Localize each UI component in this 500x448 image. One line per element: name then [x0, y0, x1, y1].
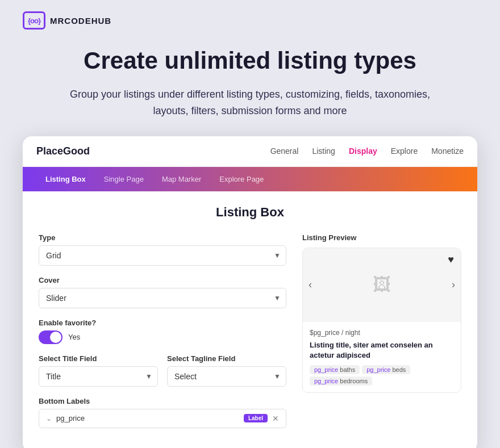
- title-tagline-row: Select Title Field Title Name Heading ▼ …: [39, 354, 286, 387]
- content-area: Listing Box Type Grid List Masonry ▼: [23, 191, 477, 448]
- tagline-field-select[interactable]: Select Tagline Subtitle: [167, 366, 286, 387]
- hero-title: Create unlimited listing types: [34, 47, 466, 75]
- subnav-single-page[interactable]: Single Page: [95, 173, 153, 186]
- preview-content: $pg_price / night Listing title, siter a…: [303, 322, 461, 392]
- image-placeholder-icon: 🖼: [373, 274, 391, 295]
- tag-baths: pg_price baths: [310, 365, 360, 374]
- subnav-explore-page[interactable]: Explore Page: [210, 173, 273, 186]
- right-col: Listing Preview ♥ ‹ 🖼 › $pg_price / nigh…: [302, 233, 461, 438]
- nav-explore[interactable]: Explore: [391, 146, 418, 156]
- hero-section: Create unlimited listing types Group you…: [0, 35, 500, 136]
- toggle-thumb: [50, 332, 61, 343]
- logo-text: MRCODEHUB: [50, 16, 111, 26]
- preview-title: Listing title, siter amet conselen an ac…: [310, 340, 454, 361]
- preview-image-area: ♥ ‹ 🖼 ›: [303, 248, 461, 322]
- bottom-labels-label: Bottom Labels: [39, 397, 286, 405]
- nav-listing[interactable]: Listing: [312, 146, 335, 156]
- cover-field-group: Cover Slider Single Gallery ▼: [39, 276, 286, 308]
- left-col: Type Grid List Masonry ▼ Cover: [39, 233, 286, 438]
- drag-icon: ⌄: [46, 414, 52, 422]
- hero-subtitle: Group your listings under different list…: [57, 86, 443, 119]
- title-select-wrapper: Title Name Heading ▼: [39, 366, 158, 387]
- cover-select-wrapper: Slider Single Gallery ▼: [39, 288, 286, 308]
- type-select[interactable]: Grid List Masonry: [39, 245, 286, 266]
- tagline-field-label: Select Tagline Field: [167, 354, 286, 363]
- section-title: Listing Box: [39, 205, 461, 220]
- preview-card: ♥ ‹ 🖼 › $pg_price / night Listing title,…: [302, 248, 461, 393]
- app-logo: PlaceGood: [36, 145, 90, 157]
- favorite-toggle[interactable]: [39, 330, 63, 344]
- enable-favorite-label: Enable favorite?: [39, 319, 286, 327]
- next-arrow-icon[interactable]: ›: [452, 279, 455, 291]
- cover-label: Cover: [39, 276, 286, 284]
- tag-bedrooms: pg_price bedrooms: [310, 376, 372, 386]
- two-col-layout: Type Grid List Masonry ▼ Cover: [39, 233, 461, 438]
- title-field-group: Select Title Field Title Name Heading ▼: [39, 354, 158, 387]
- logo-icon: {oo}: [23, 11, 45, 30]
- app-nav: PlaceGood General Listing Display Explor…: [23, 136, 477, 167]
- subnav-listing-box[interactable]: Listing Box: [36, 173, 95, 186]
- top-header: {oo} MRCODEHUB: [0, 0, 500, 35]
- remove-label-icon[interactable]: ✕: [272, 414, 279, 423]
- nav-monetize[interactable]: Monetize: [431, 146, 464, 156]
- enable-favorite-group: Enable favorite? Yes: [39, 319, 286, 344]
- nav-links: General Listing Display Explore Monetize: [270, 146, 464, 156]
- title-field-select[interactable]: Title Name Heading: [39, 366, 158, 387]
- title-field-label: Select Title Field: [39, 354, 158, 363]
- cover-select[interactable]: Slider Single Gallery: [39, 288, 286, 308]
- bottom-labels-group: Bottom Labels ⌄ pg_price Label ✕: [39, 397, 286, 428]
- type-select-wrapper: Grid List Masonry ▼: [39, 245, 286, 266]
- type-label: Type: [39, 233, 286, 242]
- prev-arrow-icon[interactable]: ‹: [309, 279, 312, 291]
- preview-tags: pg_price baths pg_price beds pg_price be…: [310, 365, 454, 386]
- subnav-map-marker[interactable]: Map Marker: [153, 173, 210, 186]
- bottom-label-text: pg_price: [56, 414, 239, 422]
- app-window: PlaceGood General Listing Display Explor…: [23, 136, 477, 448]
- sub-nav: Listing Box Single Page Map Marker Explo…: [23, 167, 477, 191]
- toggle-row: Yes: [39, 330, 286, 344]
- tag-beds: pg_price beds: [362, 365, 410, 374]
- toggle-yes-label: Yes: [68, 333, 80, 341]
- tagline-select-wrapper: Select Tagline Subtitle ▼: [167, 366, 286, 387]
- nav-display[interactable]: Display: [349, 146, 377, 156]
- heart-icon[interactable]: ♥: [448, 254, 454, 266]
- bottom-labels-row: ⌄ pg_price Label ✕: [39, 409, 286, 428]
- listing-preview-label: Listing Preview: [302, 233, 461, 242]
- label-badge: Label: [244, 414, 268, 422]
- tagline-field-group: Select Tagline Field Select Tagline Subt…: [167, 354, 286, 387]
- nav-general[interactable]: General: [270, 146, 299, 156]
- preview-price: $pg_price / night: [310, 329, 454, 337]
- logo-container: {oo} MRCODEHUB: [23, 11, 111, 30]
- type-field-group: Type Grid List Masonry ▼: [39, 233, 286, 266]
